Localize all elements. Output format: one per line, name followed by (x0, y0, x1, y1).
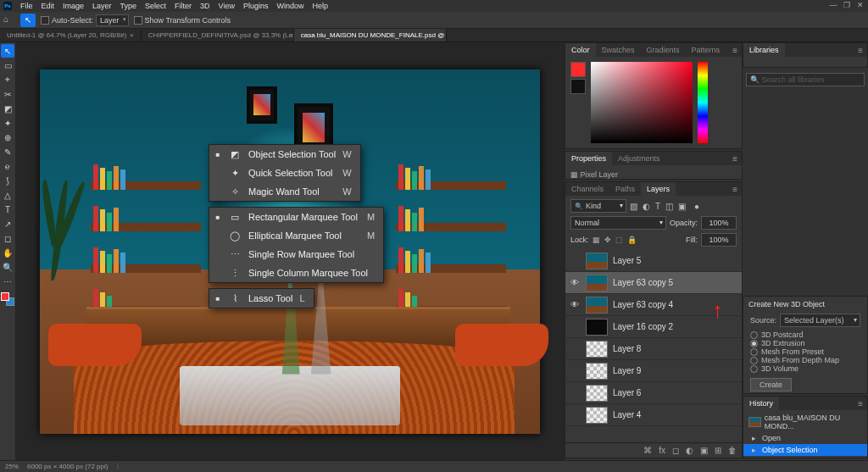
layer-row[interactable]: Layer 16 copy 2 (565, 316, 742, 338)
window-close[interactable]: ✕ (854, 0, 866, 10)
layer-thumbnail[interactable] (586, 253, 608, 269)
tool-1[interactable]: ▭ (1, 58, 14, 72)
radio-icon[interactable] (750, 357, 758, 364)
layer-row[interactable]: Layer 9 (565, 360, 742, 382)
menu-plugins[interactable]: Plugins (240, 2, 272, 10)
lock-position-icon[interactable]: ✥ (604, 236, 611, 244)
layers-panel-menu[interactable]: ≡ (728, 185, 742, 194)
flyout-item[interactable]: ⋮Single Column Marquee Tool (209, 264, 383, 282)
menu-file[interactable]: File (17, 2, 36, 10)
properties-panel-menu[interactable]: ≡ (728, 154, 742, 164)
flyout-item[interactable]: ■⌇Lasso ToolL (209, 289, 314, 308)
menu-layer[interactable]: Layer (89, 2, 115, 10)
new-fill-icon[interactable]: ◐ (686, 446, 693, 455)
tool-11[interactable]: T (1, 203, 14, 216)
3d-option[interactable]: 3D Volume (750, 364, 860, 373)
tool-7[interactable]: ✎ (1, 145, 14, 158)
color-panel-menu[interactable]: ≡ (728, 46, 742, 55)
saturation-value-picker[interactable] (591, 62, 693, 143)
hue-slider[interactable] (698, 62, 708, 143)
tab-layers[interactable]: Layers (641, 182, 676, 196)
menu-select[interactable]: Select (142, 2, 170, 10)
flyout-item[interactable]: ✦Quick Selection ToolW (209, 164, 360, 182)
layer-filter-kind[interactable]: Kind (570, 199, 626, 213)
menu-window[interactable]: Window (274, 2, 308, 10)
radio-icon[interactable] (750, 331, 758, 339)
tool-8[interactable]: ℮ (1, 159, 14, 173)
tab-history[interactable]: History (743, 397, 779, 410)
lock-pixels-icon[interactable]: ▦ (593, 236, 600, 244)
layer-name[interactable]: Layer 63 copy 5 (613, 278, 673, 287)
home-icon[interactable]: ⌂ (3, 14, 15, 26)
radio-icon[interactable] (750, 365, 758, 373)
menu-image[interactable]: Image (59, 2, 87, 10)
layer-thumbnail[interactable] (586, 319, 608, 336)
filter-pixel-icon[interactable]: ▧ (630, 202, 637, 211)
menu-edit[interactable]: Edit (38, 2, 58, 10)
tool-3[interactable]: ✂ (1, 87, 14, 101)
libraries-panel-menu[interactable]: ≡ (854, 46, 867, 55)
history-step[interactable]: ▸Open (743, 432, 867, 444)
foreground-swatch[interactable] (570, 62, 586, 77)
layer-row[interactable]: Layer 4 (565, 404, 742, 426)
layer-visibility-icon[interactable]: 👁 (569, 278, 581, 287)
tab-paths[interactable]: Paths (609, 182, 641, 196)
layer-row[interactable]: Layer 5 (565, 250, 742, 272)
tool-14[interactable]: ✋ (1, 246, 14, 259)
tool-12[interactable]: ↗ (1, 217, 14, 230)
window-restore[interactable]: ❐ (841, 0, 853, 10)
tab-adjustments[interactable]: Adjustments (612, 152, 666, 165)
fill-field[interactable]: 100% (701, 233, 737, 247)
layer-row[interactable]: 👁Layer 63 copy 5 (565, 272, 742, 294)
layer-row[interactable]: Layer 8 (565, 338, 742, 360)
tool-10[interactable]: △ (1, 188, 14, 202)
history-step[interactable]: ▸Object Selection (743, 444, 867, 456)
history-panel-menu[interactable]: ≡ (854, 399, 867, 408)
layer-name[interactable]: Layer 16 copy 2 (613, 322, 673, 331)
3d-option[interactable]: 3D Extrusion (750, 339, 860, 347)
flyout-item[interactable]: ✧Magic Wand ToolW (209, 182, 360, 201)
layer-name[interactable]: Layer 5 (613, 256, 641, 265)
layer-thumbnail[interactable] (586, 363, 608, 380)
layer-name[interactable]: Layer 4 (613, 410, 641, 419)
filter-toggle-icon[interactable]: ● (694, 202, 699, 211)
fg-bg-colors[interactable] (1, 292, 14, 306)
layer-list[interactable]: Layer 5👁Layer 63 copy 5👁Layer 63 copy 4L… (565, 250, 742, 442)
layer-thumbnail[interactable] (586, 407, 608, 424)
libraries-search[interactable]: 🔍 Search all libraries (746, 73, 865, 86)
layer-name[interactable]: Layer 8 (613, 344, 641, 353)
delete-layer-icon[interactable]: 🗑 (728, 446, 737, 455)
blend-mode-dropdown[interactable]: Normal (570, 216, 666, 230)
layer-name[interactable]: Layer 6 (613, 388, 641, 397)
create-3d-button[interactable]: Create (750, 378, 792, 391)
filter-type-icon[interactable]: T (655, 202, 660, 211)
filter-adjust-icon[interactable]: ◐ (643, 202, 650, 211)
tool-6[interactable]: ⊕ (1, 130, 14, 144)
flyout-item[interactable]: ■◩Object Selection ToolW (209, 145, 360, 164)
history-document[interactable]: casa blu_MAISON DU MOND... (743, 412, 867, 432)
document-tab-1[interactable]: CHIPPERFIELD_DEFINITIVA.psd @ 33.3% (Lay… (142, 29, 294, 42)
tab-channels[interactable]: Channels (565, 182, 609, 196)
auto-select-checkbox[interactable] (41, 16, 49, 25)
tab-gradients[interactable]: Gradients (641, 43, 686, 57)
layer-name[interactable]: Layer 63 copy 4 (613, 300, 673, 309)
active-tool-icon[interactable]: ↖ (20, 14, 36, 27)
layer-fx-icon[interactable]: fx (659, 446, 665, 455)
tab-libraries[interactable]: Libraries (743, 43, 785, 57)
tool-13[interactable]: ◻ (1, 231, 14, 245)
menu-filter[interactable]: Filter (171, 2, 195, 10)
layer-visibility-icon[interactable]: 👁 (569, 300, 581, 309)
status-doc-info[interactable]: 6000 px × 4000 px (72 ppi) (27, 463, 108, 470)
radio-icon[interactable] (750, 348, 758, 356)
status-zoom[interactable]: 25% (5, 463, 19, 470)
layer-row[interactable]: Layer 6 (565, 382, 742, 404)
tool-2[interactable]: ⌖ (1, 73, 14, 86)
layer-thumbnail[interactable] (586, 341, 608, 358)
show-transform-checkbox[interactable] (134, 16, 142, 25)
document-tab-0[interactable]: Untitled-1 @ 64.7% (Layer 20, RGB/8#)× (0, 29, 142, 42)
tool-5[interactable]: ✦ (1, 116, 14, 130)
tab-properties[interactable]: Properties (565, 152, 612, 165)
document-tab-2[interactable]: casa blu_MAISON DU MONDE_FINALE.psd @ 25… (294, 29, 447, 42)
tool-16[interactable]: ⋯ (1, 275, 14, 288)
flyout-item[interactable]: ⋯Single Row Marquee Tool (209, 245, 383, 264)
